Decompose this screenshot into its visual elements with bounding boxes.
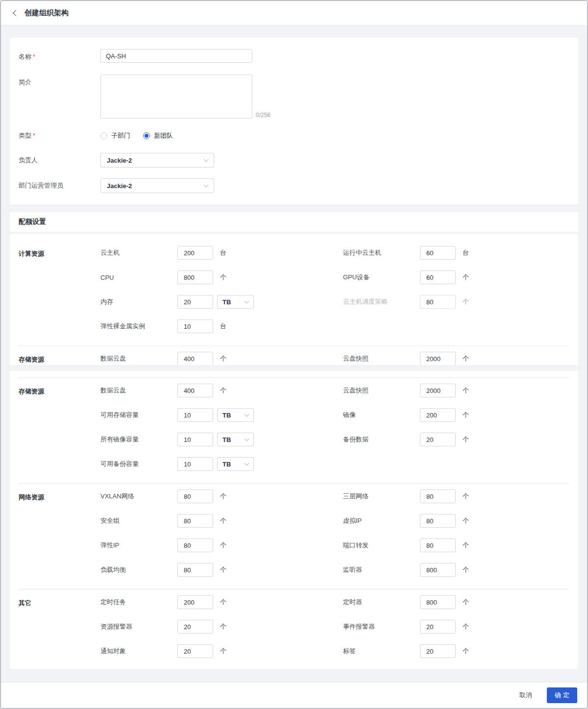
quota-value-input[interactable] (420, 270, 456, 284)
quota-item: 云盘快照个 (343, 352, 578, 365)
quota-item: 监听器个 (343, 563, 578, 577)
unit-select[interactable]: TB (217, 408, 254, 422)
quota-value-input[interactable] (420, 352, 456, 365)
quota-item: 数据云盘个 (100, 384, 343, 397)
quota-value-input[interactable] (420, 563, 456, 577)
unit-label: 个 (220, 622, 226, 631)
quota-item: 虚拟IP个 (343, 514, 578, 528)
back-icon[interactable] (13, 10, 19, 16)
unit-label: 台 (220, 322, 226, 331)
quota-section: 存储资源数据云盘个云盘快照个 (19, 352, 569, 365)
chevron-down-icon (245, 437, 249, 441)
quota-value-input[interactable] (420, 246, 456, 260)
type-label-text: 类型 (19, 132, 31, 139)
quota-value-input[interactable] (177, 433, 213, 446)
quota-value-input[interactable] (177, 538, 213, 552)
confirm-button[interactable]: 确定 (547, 687, 577, 703)
unit-label: 个 (220, 354, 226, 363)
owner-select[interactable]: Jackie-2 (100, 153, 214, 168)
quota-item-label: 通知对象 (100, 647, 177, 656)
quota-item (343, 457, 578, 471)
unit-label: 个 (463, 516, 469, 525)
cancel-button[interactable]: 取消 (519, 691, 532, 700)
quota-item: 事件报警器个 (343, 620, 578, 634)
radio-circle-selected-icon (143, 132, 150, 139)
page-body: 名称* 简介 0/256 类型* 子部门 (1, 25, 587, 682)
intro-textarea[interactable] (100, 74, 252, 119)
quota-value-input[interactable] (420, 489, 456, 503)
quota-value-input[interactable] (177, 563, 213, 577)
unit-label: 个 (220, 541, 226, 550)
quota-item-label: 安全组 (100, 516, 177, 525)
quota-section-label: 网络资源 (19, 489, 100, 577)
quota-item-label: 监听器 (343, 565, 420, 574)
unit-select[interactable]: TB (217, 457, 254, 471)
quota-rows: VXLAN网络个三层网络个安全组个虚拟IP个弹性IP个端口转发个负载均衡个监听器… (100, 489, 578, 577)
radio-new-team[interactable]: 新团队 (143, 131, 173, 140)
dotted-divider (19, 377, 569, 378)
unit-select[interactable]: TB (217, 295, 254, 309)
quota-item: 标签个 (343, 644, 578, 658)
quota-section-label: 存储资源 (19, 384, 100, 471)
quota-value-input[interactable] (177, 489, 213, 503)
quota-item-label: 可用备份容量 (100, 460, 177, 468)
name-input[interactable] (100, 49, 252, 63)
quota-section: 存储资源数据云盘个云盘快照个可用存储容量TB镜像个所有镜像容量TB备份数据个可用… (19, 384, 569, 471)
quota-value-input[interactable] (420, 384, 456, 397)
quota-section: 网络资源VXLAN网络个三层网络个安全组个虚拟IP个弹性IP个端口转发个负载均衡… (19, 489, 569, 577)
quota-value-input[interactable] (420, 644, 456, 658)
quota-item: VXLAN网络个 (100, 489, 343, 503)
admin-select[interactable]: Jackie-2 (100, 178, 214, 193)
quota-value-input[interactable] (177, 595, 213, 609)
quota-value-input[interactable] (420, 538, 456, 552)
quota-rows: 定时任务个定时器个资源报警器个事件报警器个通知对象个标签个 (100, 595, 578, 658)
quota-value-input[interactable] (177, 514, 213, 528)
unit-label: 个 (463, 565, 469, 574)
quota-value-input[interactable] (177, 384, 213, 397)
quota-item: 定时器个 (343, 595, 578, 609)
quota-value-input[interactable] (420, 595, 456, 609)
quota-section-label: 其它 (19, 595, 100, 658)
quota-row: 内存TB云主机调度策略个 (100, 295, 578, 309)
quota-row: 通知对象个标签个 (100, 644, 578, 658)
quota-value-input[interactable] (420, 620, 456, 634)
quota-item-label: 数据云盘 (100, 386, 177, 395)
quota-row: 负载均衡个监听器个 (100, 563, 578, 577)
quota-item: 云主机台 (100, 246, 343, 260)
quota-item: 安全组个 (100, 514, 343, 528)
radio-label: 子部门 (111, 131, 130, 140)
unit-label: 个 (463, 435, 469, 444)
unit-select[interactable]: TB (217, 433, 254, 446)
chevron-down-icon (245, 461, 249, 466)
quota-value-input[interactable] (420, 295, 456, 309)
quota-value-input[interactable] (177, 457, 213, 471)
quota-item: 资源报警器个 (100, 620, 343, 634)
quota-value-input[interactable] (177, 352, 213, 365)
unit-label: 个 (463, 297, 469, 306)
quota-value-input[interactable] (177, 270, 213, 284)
quota-item: 内存TB (100, 295, 343, 309)
quota-value-input[interactable] (177, 319, 213, 333)
unit-label: 台 (220, 248, 226, 257)
quota-value-input[interactable] (177, 246, 213, 260)
quota-value-input[interactable] (177, 295, 213, 309)
quota-row: 资源报警器个事件报警器个 (100, 620, 578, 634)
quota-section-label: 存储资源 (19, 352, 100, 365)
char-counter: 0/256 (256, 112, 270, 119)
quota-value-input[interactable] (177, 644, 213, 658)
unit-label: 个 (220, 516, 226, 525)
unit-label: 个 (463, 492, 469, 501)
quota-value-input[interactable] (420, 433, 456, 446)
quota-item: 镜像个 (343, 408, 578, 422)
unit-label: 个 (220, 273, 226, 282)
admin-select-value: Jackie-2 (107, 182, 132, 190)
quota-item-label: 可用存储容量 (100, 411, 177, 419)
quota-settings-title: 配额设置 (19, 218, 46, 226)
quota-item: 所有镜像容量TB (100, 433, 343, 446)
quota-value-input[interactable] (177, 408, 213, 422)
quota-value-input[interactable] (420, 408, 456, 422)
radio-sub-department[interactable]: 子部门 (100, 131, 130, 140)
create-org-page: 创建组织架构 名称* 简介 0/256 类型* (0, 0, 588, 709)
quota-value-input[interactable] (420, 514, 456, 528)
quota-value-input[interactable] (177, 620, 213, 634)
